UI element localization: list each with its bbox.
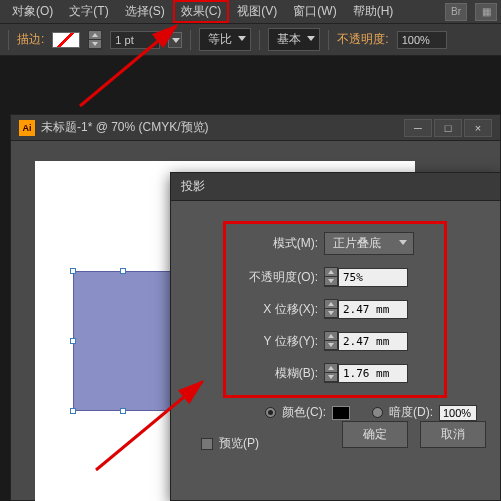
opacity-input[interactable] (397, 31, 447, 49)
preview-checkbox[interactable] (201, 438, 213, 450)
menu-window[interactable]: 窗口(W) (285, 0, 344, 23)
bridge-icon[interactable]: Br (445, 3, 467, 21)
color-swatch[interactable] (332, 406, 350, 420)
layout-icon[interactable]: ▦ (475, 3, 497, 21)
x-offset-input[interactable] (338, 300, 408, 319)
menu-view[interactable]: 视图(V) (229, 0, 285, 23)
highlighted-fields-box: 模式(M): 正片叠底 不透明度(O): X 位移(X): Y 位移(Y): 模… (223, 221, 447, 398)
basic-chip[interactable]: 基本 (268, 28, 320, 51)
mode-select[interactable]: 正片叠底 (324, 232, 414, 255)
selected-rectangle[interactable] (73, 271, 173, 411)
blur-spinner[interactable] (324, 363, 338, 383)
dlg-opacity-label: 不透明度(O): (234, 269, 324, 286)
dlg-opacity-spinner[interactable] (324, 267, 338, 287)
preview-label: 预览(P) (219, 435, 259, 452)
close-button[interactable]: × (464, 119, 492, 137)
stroke-spinner[interactable] (88, 30, 102, 50)
color-radio[interactable] (265, 407, 276, 418)
menubar: 对象(O) 文字(T) 选择(S) 效果(C) 视图(V) 窗口(W) 帮助(H… (0, 0, 501, 24)
doc-title: 未标题-1* @ 70% (CMYK/预览) (41, 119, 209, 136)
mode-label: 模式(M): (234, 235, 324, 252)
stroke-drop[interactable] (168, 32, 182, 48)
darkness-input[interactable] (439, 405, 477, 421)
x-offset-spinner[interactable] (324, 299, 338, 319)
y-offset-spinner[interactable] (324, 331, 338, 351)
blur-label: 模糊(B): (234, 365, 324, 382)
ok-button[interactable]: 确定 (342, 421, 408, 448)
ai-icon: Ai (19, 120, 35, 136)
doc-titlebar: Ai 未标题-1* @ 70% (CMYK/预览) ─ □ × (11, 115, 500, 141)
options-toolbar: 描边: 等比 基本 不透明度: (0, 24, 501, 56)
y-offset-input[interactable] (338, 332, 408, 351)
darkness-label: 暗度(D): (389, 404, 433, 421)
menu-select[interactable]: 选择(S) (117, 0, 173, 23)
stroke-label: 描边: (17, 31, 44, 48)
menu-effect[interactable]: 效果(C) (173, 0, 230, 23)
minimize-button[interactable]: ─ (404, 119, 432, 137)
dlg-opacity-input[interactable] (338, 268, 408, 287)
color-label: 颜色(C): (282, 404, 326, 421)
blur-input[interactable] (338, 364, 408, 383)
menu-text[interactable]: 文字(T) (61, 0, 116, 23)
stroke-input[interactable] (110, 31, 160, 49)
ratio-chip[interactable]: 等比 (199, 28, 251, 51)
drop-shadow-dialog: 投影 模式(M): 正片叠底 不透明度(O): X 位移(X): Y 位移(Y)… (170, 172, 501, 501)
stroke-swatch[interactable] (52, 32, 80, 48)
y-offset-label: Y 位移(Y): (234, 333, 324, 350)
darkness-radio[interactable] (372, 407, 383, 418)
menu-object[interactable]: 对象(O) (4, 0, 61, 23)
opacity-label: 不透明度: (337, 31, 388, 48)
dialog-title: 投影 (171, 173, 500, 201)
x-offset-label: X 位移(X): (234, 301, 324, 318)
menu-help[interactable]: 帮助(H) (345, 0, 402, 23)
cancel-button[interactable]: 取消 (420, 421, 486, 448)
maximize-button[interactable]: □ (434, 119, 462, 137)
